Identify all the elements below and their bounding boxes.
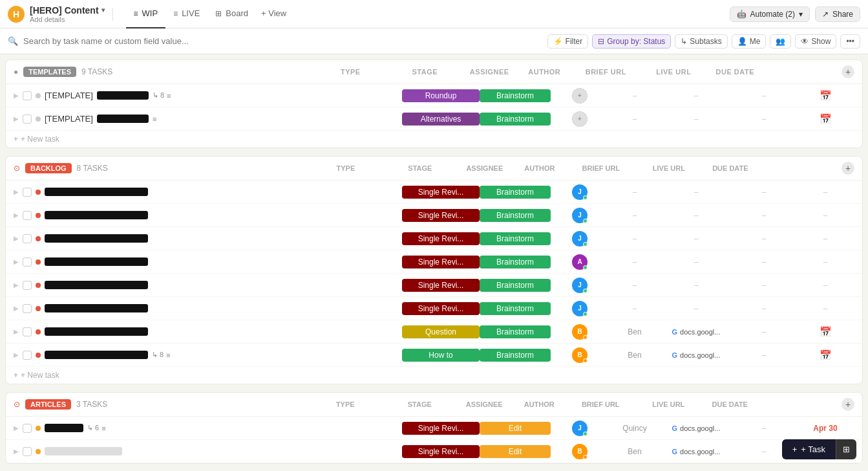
show-button[interactable]: 👁 Show — [795, 34, 836, 49]
add-task-button[interactable]: + + New task — [14, 371, 854, 380]
subtasks-button[interactable]: ↳ Subtasks — [675, 34, 727, 49]
due-cell: – — [796, 304, 854, 313]
brief-link[interactable]: docs.googl... — [680, 328, 720, 336]
project-title[interactable]: [HERO] Content ▾ — [30, 5, 105, 16]
stage-cell[interactable]: Brainstorm — [480, 186, 551, 199]
brief-cell: – — [661, 211, 732, 220]
row-checkbox[interactable] — [23, 115, 32, 124]
row-checkbox[interactable] — [23, 281, 32, 290]
tab-wip[interactable]: ≡ WIP — [126, 0, 166, 28]
filter-button[interactable]: ⚡ Filter — [547, 34, 589, 49]
assignee-cell: + — [551, 88, 609, 104]
stage-cell[interactable]: Brainstorm — [480, 279, 551, 292]
stage-cell[interactable]: Brainstorm — [480, 256, 551, 268]
priority-indicator — [36, 306, 41, 311]
more-options-button[interactable]: ••• — [840, 34, 860, 49]
articles-collapse-btn[interactable]: ⊙ — [14, 400, 20, 409]
brief-link[interactable]: docs.googl... — [680, 448, 720, 455]
type-cell[interactable]: Single Revi... — [402, 209, 480, 222]
row-expand-icon[interactable]: ▶ — [14, 212, 19, 219]
row-expand-icon[interactable]: ▶ — [14, 115, 19, 122]
tab-live[interactable]: ≡ LIVE — [165, 0, 207, 28]
backlog-section: ⊙ BACKLOG 8 TASKS TYPE STAGE ASSIGNEE AU… — [5, 156, 863, 384]
stage-cell[interactable]: Edit — [480, 445, 551, 458]
avatar-add[interactable]: + — [572, 111, 587, 127]
stage-cell[interactable]: Brainstorm — [480, 232, 551, 245]
backlog-header: ⊙ BACKLOG 8 TASKS TYPE STAGE ASSIGNEE AU… — [6, 157, 862, 181]
stage-col-header: STAGE — [389, 68, 460, 76]
row-checkbox[interactable] — [23, 327, 32, 336]
author-cell: Ben — [609, 351, 661, 360]
author-cell: – — [609, 115, 661, 124]
row-expand-icon[interactable]: ▶ — [14, 92, 19, 99]
task-name-partial — [45, 447, 122, 455]
row-expand-icon[interactable]: ▶ — [14, 328, 19, 335]
row-expand-icon[interactable]: ▶ — [14, 188, 19, 195]
search-input[interactable] — [23, 36, 542, 46]
me-button[interactable]: 👤 Me — [732, 34, 767, 49]
row-expand-icon[interactable]: ▶ — [14, 424, 19, 432]
type-cell[interactable]: Question — [402, 325, 480, 338]
row-expand-icon[interactable]: ▶ — [14, 281, 19, 289]
type-cell[interactable]: Single Revi... — [402, 302, 480, 315]
type-cell[interactable]: Roundup — [402, 89, 480, 102]
share-button[interactable]: ↗ Share — [815, 6, 860, 22]
avatar-add[interactable]: + — [572, 88, 587, 104]
row-checkbox[interactable] — [23, 91, 32, 100]
stage-cell[interactable]: Brainstorm — [480, 349, 551, 362]
row-expand-icon[interactable]: ▶ — [14, 351, 19, 358]
brief-link[interactable]: docs.googl... — [680, 424, 720, 432]
type-cell[interactable]: Alternatives — [402, 113, 480, 126]
row-checkbox[interactable] — [23, 447, 32, 456]
add-column-button3[interactable]: + — [842, 398, 854, 411]
type-pill: Single Revi... — [402, 445, 480, 458]
row-checkbox[interactable] — [23, 257, 32, 267]
stage-cell[interactable]: Edit — [480, 422, 551, 435]
row-checkbox[interactable] — [23, 234, 32, 243]
templates-collapse-btn[interactable]: ● — [14, 67, 18, 76]
type-cell[interactable]: Single Revi... — [402, 422, 480, 435]
row-expand-icon[interactable]: ▶ — [14, 448, 19, 455]
live-col-header2: LIVE URL — [637, 164, 701, 172]
add-task-button[interactable]: + + New task — [14, 135, 854, 144]
row-expand-icon[interactable]: ▶ — [14, 305, 19, 312]
type-cell[interactable]: Single Revi... — [402, 445, 480, 458]
automate-button[interactable]: 🤖 Automate (2) ▾ — [730, 6, 810, 22]
row-checkbox[interactable] — [23, 424, 32, 433]
backlog-collapse-btn[interactable]: ⊙ — [14, 164, 20, 173]
type-cell[interactable]: Single Revi... — [402, 256, 480, 268]
type-cell[interactable]: Single Revi... — [402, 279, 480, 292]
type-cell[interactable]: How to — [402, 349, 480, 362]
project-dropdown-icon[interactable]: ▾ — [101, 6, 105, 14]
tab-board[interactable]: ⊞ Board — [207, 0, 256, 28]
brief-col-header2: BRIEF URL — [566, 164, 637, 172]
assignee-cell: J — [551, 231, 609, 246]
task-grid-button[interactable]: ⊞ — [836, 439, 856, 459]
add-view-button[interactable]: + View — [256, 0, 291, 28]
priority-indicator — [36, 449, 41, 454]
brief-link[interactable]: docs.googl... — [680, 351, 720, 359]
task-name: [TEMPLATE] — [45, 91, 93, 100]
group-by-button[interactable]: ⊟ Group by: Status — [592, 34, 671, 49]
stage-cell[interactable]: Brainstorm — [480, 325, 551, 338]
stage-cell[interactable]: Brainstorm — [480, 209, 551, 222]
type-cell[interactable]: Single Revi... — [402, 232, 480, 245]
add-column-button2[interactable]: + — [842, 162, 854, 175]
live-col-header3: LIVE URL — [636, 400, 701, 408]
row-checkbox[interactable] — [23, 351, 32, 360]
stage-cell[interactable]: Brainstorm — [480, 113, 551, 126]
people-button[interactable]: 👥 — [770, 34, 791, 49]
stage-pill: Brainstorm — [480, 113, 551, 126]
automate-chevron-icon: ▾ — [799, 10, 803, 19]
stage-cell[interactable]: Brainstorm — [480, 89, 551, 102]
row-checkbox[interactable] — [23, 188, 32, 197]
row-expand-icon[interactable]: ▶ — [14, 235, 19, 242]
add-column-button[interactable]: + — [842, 65, 854, 78]
row-checkbox[interactable] — [23, 304, 32, 313]
due-cell: – — [796, 234, 854, 243]
type-cell[interactable]: Single Revi... — [402, 186, 480, 199]
row-expand-icon[interactable]: ▶ — [14, 258, 19, 265]
row-checkbox[interactable] — [23, 211, 32, 220]
add-task-floating-button[interactable]: + + Task — [782, 439, 836, 459]
stage-cell[interactable]: Brainstorm — [480, 302, 551, 315]
